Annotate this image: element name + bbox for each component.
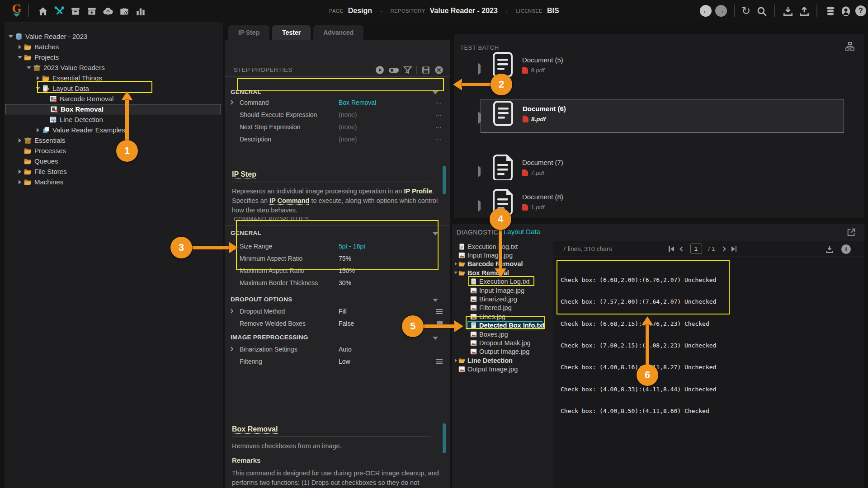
page-number-input[interactable]: 1 [690, 244, 702, 254]
tree-item-value-reader-examples[interactable]: Value Reader Examples [5, 125, 223, 135]
account-icon[interactable] [840, 5, 852, 17]
diag-item-box-input-image[interactable]: Input Image.jpg [452, 286, 552, 295]
expand-icon[interactable] [16, 169, 23, 174]
property-value[interactable]: Fill [339, 308, 347, 315]
clear-filter-icon[interactable] [403, 66, 412, 75]
property-value[interactable]: (none) [339, 123, 357, 131]
dropout-options-title[interactable]: DROPOUT OPTIONS [231, 296, 292, 303]
diag-item-dropout-mask[interactable]: Dropout Mask.jpg [452, 338, 552, 347]
expand-icon[interactable] [16, 45, 23, 49]
tree-item-batches[interactable]: Batches [5, 42, 223, 52]
expand-icon[interactable] [478, 65, 481, 73]
scrollbar-thumb[interactable] [443, 423, 446, 453]
property-row-binarization-settings[interactable]: Binarization Settings Auto [225, 343, 450, 356]
tree-item-essentials[interactable]: Essentials [5, 135, 223, 145]
expand-icon[interactable] [34, 128, 41, 132]
upload-icon[interactable] [798, 5, 810, 17]
tab-advanced[interactable]: Advanced [313, 25, 363, 40]
document-row-5[interactable]: Document (5) 9.pdf [454, 52, 864, 84]
expand-icon[interactable] [478, 168, 481, 176]
execute-step-icon[interactable] [375, 66, 384, 75]
diag-item-boxes[interactable]: Boxes.jpg [452, 330, 552, 338]
jobs-icon[interactable] [118, 5, 130, 17]
tree-item-queues[interactable]: Queues [5, 156, 223, 166]
download-icon[interactable] [782, 5, 794, 17]
help-icon[interactable]: ? [855, 5, 866, 16]
property-value[interactable]: (none) [339, 136, 357, 143]
ip-step-help-title[interactable]: IP Step [232, 170, 256, 178]
ellipsis-button[interactable]: ... [435, 135, 442, 141]
licensee-value[interactable]: BIS [547, 7, 559, 15]
property-value[interactable]: (none) [339, 111, 357, 118]
property-row-next-step[interactable]: Next Step Expression (none) ... [225, 121, 450, 133]
chevron-down-icon[interactable] [433, 91, 438, 94]
batches-icon[interactable] [70, 5, 81, 17]
ellipsis-button[interactable]: ... [435, 122, 442, 129]
search-icon[interactable] [756, 5, 768, 17]
diag-item-binarized[interactable]: Binarized.jpg [452, 295, 552, 303]
repository-value[interactable]: Value Reader - 2023 [430, 7, 498, 15]
document-row-8[interactable]: Document (8) 1.pdf [454, 188, 864, 218]
expand-icon[interactable] [453, 262, 458, 266]
expand-icon[interactable] [16, 180, 23, 184]
chevron-down-icon[interactable] [433, 299, 438, 302]
menu-icon[interactable] [436, 359, 443, 364]
ip-profile-link[interactable]: IP Profile [404, 188, 432, 195]
cancel-icon[interactable] [434, 66, 443, 75]
tree-item-processes[interactable]: Processes [5, 145, 223, 156]
diag-item-output-image[interactable]: Output Image.jpg [452, 365, 552, 373]
toggle-preview-icon[interactable] [388, 66, 399, 75]
property-value[interactable]: Auto [339, 346, 352, 353]
download-file-icon[interactable] [825, 244, 835, 256]
tree-item-2023-value-readers[interactable]: 2023 Value Readers [5, 62, 223, 73]
property-row-filtering[interactable]: Filtering Low [225, 356, 450, 368]
scrollbar-thumb[interactable] [443, 166, 446, 194]
save-icon[interactable] [421, 66, 430, 75]
collapse-icon[interactable] [453, 272, 458, 274]
row-expand-icon[interactable] [229, 100, 234, 105]
collapse-icon[interactable] [16, 56, 23, 59]
chevron-down-icon[interactable] [433, 337, 438, 340]
document-row-6-selected[interactable]: Document (6) 8.pdf [481, 99, 844, 133]
collapse-icon[interactable] [7, 35, 14, 38]
tree-item-projects[interactable]: Projects [5, 52, 223, 62]
grooper-logo-icon[interactable]: G [9, 2, 24, 20]
database-icon[interactable] [825, 5, 836, 17]
menu-icon[interactable] [436, 309, 443, 314]
property-row-should-execute[interactable]: Should Execute Expression (none) ... [225, 109, 450, 121]
tree-item-box-removal-selected[interactable]: Box Removal [5, 104, 221, 114]
page-value[interactable]: Design [348, 7, 372, 15]
expand-icon[interactable] [16, 138, 23, 143]
expand-icon[interactable] [453, 359, 458, 362]
property-value[interactable]: 30% [339, 279, 351, 286]
first-page-icon[interactable] [669, 246, 674, 252]
document-row-7[interactable]: Document (7) 7.pdf [454, 153, 864, 187]
expand-icon[interactable] [478, 114, 481, 122]
home-icon[interactable] [37, 5, 49, 17]
imports-icon[interactable] [102, 5, 114, 17]
previous-page-icon[interactable] [679, 246, 684, 251]
tree-item-line-detection[interactable]: Line Detection [5, 114, 223, 125]
property-value[interactable]: Low [339, 358, 350, 365]
diag-item-box-output-image[interactable]: Output Image.jpg [452, 347, 552, 356]
open-external-icon[interactable] [846, 227, 856, 239]
property-value[interactable]: False [339, 320, 354, 327]
design-tools-icon[interactable] [53, 5, 65, 17]
next-page-icon[interactable] [721, 246, 726, 251]
tab-tester[interactable]: Tester [272, 25, 311, 40]
diag-folder-line-detection[interactable]: Line Detection [452, 356, 552, 365]
tree-item-value-reader-2023[interactable]: Value Reader - 2023 [5, 31, 223, 42]
ellipsis-button[interactable]: ... [435, 98, 442, 105]
tree-item-barcode-removal[interactable]: Barcode Removal [5, 94, 223, 104]
expand-icon[interactable] [478, 202, 481, 210]
property-value[interactable]: Box Removal [339, 99, 376, 106]
ip-command-link[interactable]: IP Command [269, 197, 309, 204]
property-row-description[interactable]: Description (none) ... [225, 133, 450, 145]
box-removal-help-title[interactable]: Box Removal [232, 425, 278, 433]
stats-icon[interactable] [135, 5, 146, 17]
last-page-icon[interactable] [731, 246, 737, 252]
forward-icon[interactable]: → [715, 5, 727, 17]
ellipsis-button[interactable]: ... [435, 110, 442, 117]
property-row-max-border-thickness[interactable]: Maximum Border Thickness 30% [225, 277, 450, 289]
back-icon[interactable]: ← [700, 5, 712, 17]
